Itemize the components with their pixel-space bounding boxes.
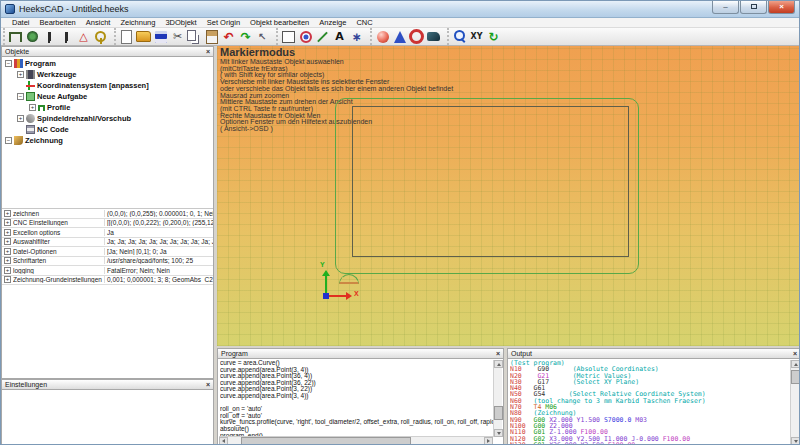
new-file-icon[interactable] bbox=[118, 29, 135, 44]
menu-item-bearbeiten[interactable]: Bearbeiten bbox=[35, 18, 81, 28]
circles-tool-icon[interactable] bbox=[297, 29, 314, 44]
menu-item-set-origin[interactable]: Set Origin bbox=[202, 18, 245, 28]
scroll-down-icon[interactable] bbox=[791, 437, 800, 445]
output-panel-body[interactable]: (Test program)N10 G90 (Absolute Coordina… bbox=[507, 359, 800, 445]
line-tool-icon[interactable] bbox=[314, 29, 331, 44]
output-panel-header[interactable]: Output × bbox=[507, 348, 800, 359]
counterbore-op-icon[interactable] bbox=[58, 29, 75, 44]
point-tool-icon[interactable]: ∗ bbox=[348, 29, 365, 44]
tree-item-label: Werkzeuge bbox=[37, 70, 76, 79]
3d-viewport[interactable]: Markiermodus Mit linker Maustaste Objekt… bbox=[217, 46, 800, 346]
tree-item-profile[interactable]: +Profile bbox=[2, 102, 213, 113]
tree-item-nc-code[interactable]: NC Code bbox=[2, 124, 213, 135]
copy-icon[interactable] bbox=[186, 29, 203, 44]
collapse-icon[interactable]: − bbox=[17, 93, 24, 100]
tree-item-neue-aufgabe[interactable]: −Neue Aufgabe bbox=[2, 91, 213, 102]
objects-close-icon[interactable]: × bbox=[206, 48, 210, 55]
expand-icon[interactable]: + bbox=[4, 210, 11, 217]
property-row-auswahlfilter[interactable]: +AuswahlfilterJa; Ja; Ja; Ja; Ja; Ja; Ja… bbox=[2, 238, 213, 248]
program-hscroll-thumb[interactable] bbox=[241, 437, 411, 445]
program-code: curve = area.Curve()curve.append(area.Po… bbox=[220, 360, 493, 436]
close-button[interactable]: × bbox=[768, 1, 795, 14]
program-vscroll-thumb[interactable] bbox=[494, 406, 503, 420]
solid-icon[interactable] bbox=[425, 29, 442, 44]
menu-item-anzeige[interactable]: Anzeige bbox=[314, 18, 351, 28]
profile-op-icon[interactable] bbox=[7, 29, 24, 44]
scroll-up-icon[interactable] bbox=[494, 360, 503, 368]
settings-panel-title: Einstellungen bbox=[5, 381, 47, 388]
settings-panel-body bbox=[1, 390, 214, 445]
expand-icon[interactable]: + bbox=[17, 71, 24, 78]
output-vscrollbar[interactable] bbox=[790, 360, 799, 445]
pocket-op-icon[interactable] bbox=[24, 29, 41, 44]
collapse-icon[interactable]: − bbox=[5, 137, 12, 144]
tree-item-program[interactable]: −Program bbox=[2, 58, 213, 69]
paste-icon[interactable] bbox=[203, 29, 220, 44]
settings-panel-header[interactable]: Einstellungen × bbox=[1, 379, 214, 390]
tree-item-zeichnung[interactable]: −Zeichnung bbox=[2, 135, 213, 146]
menu-item-zeichnung[interactable]: Zeichnung bbox=[115, 18, 160, 28]
property-row-schriftarten[interactable]: +Schriftarten/usr/share/qcad/fonts; 100;… bbox=[2, 257, 213, 267]
rotate-view-icon[interactable]: ↻ bbox=[485, 29, 502, 44]
rectangle-tool-icon[interactable] bbox=[280, 29, 297, 44]
scroll-up-icon[interactable] bbox=[791, 360, 800, 368]
property-row-cnc-einstellungen[interactable]: +CNC Einstellungen[[(0,0,0); (0,0,222); … bbox=[2, 219, 213, 229]
menu-item-cnc[interactable]: CNC bbox=[351, 18, 377, 28]
property-row-datei-optionen[interactable]: +Datei-Optionen[Ja; Nein] [0,1]; 0; Ja bbox=[2, 247, 213, 257]
property-row-excellon-options[interactable]: +Excellon optionsJa bbox=[2, 228, 213, 238]
program-vscrollbar[interactable] bbox=[493, 360, 502, 437]
scroll-left-icon[interactable] bbox=[219, 437, 228, 445]
save-file-icon[interactable] bbox=[152, 29, 169, 44]
output-close-icon[interactable]: × bbox=[793, 350, 797, 357]
property-row-zeichnung-grundeinstellungen[interactable]: +Zeichnung-Grundeinstellungen0,001; 0,00… bbox=[2, 276, 213, 286]
torus-icon[interactable] bbox=[408, 29, 425, 44]
nc-token: M03 bbox=[631, 416, 647, 424]
output-vscroll-thumb[interactable] bbox=[791, 370, 800, 384]
menu-item-datei[interactable]: Datei bbox=[7, 18, 35, 28]
menu-item-ansicht[interactable]: Ansicht bbox=[81, 18, 116, 28]
collapse-icon[interactable]: − bbox=[5, 60, 12, 67]
sketch-rectangle[interactable] bbox=[352, 106, 629, 257]
tap-op-icon[interactable] bbox=[92, 29, 109, 44]
objects-panel-header[interactable]: Objekte × bbox=[1, 46, 214, 57]
expand-icon[interactable]: + bbox=[4, 238, 11, 245]
expand-icon[interactable]: + bbox=[17, 115, 24, 122]
drill-op-icon[interactable] bbox=[41, 29, 58, 44]
scroll-right-icon[interactable] bbox=[484, 437, 493, 445]
maximize-button[interactable] bbox=[740, 1, 767, 14]
text-tool-icon[interactable]: A bbox=[331, 29, 348, 44]
settings-close-icon[interactable]: × bbox=[206, 381, 210, 388]
tree-item-koordinatensystem-anpassen[interactable]: Koordinatensystem [anpassen] bbox=[2, 80, 213, 91]
expand-icon[interactable]: + bbox=[4, 229, 11, 236]
minimize-button[interactable]: – bbox=[712, 1, 739, 14]
scroll-down-icon[interactable] bbox=[494, 429, 503, 437]
program-panel-header[interactable]: Program × bbox=[217, 348, 504, 359]
zoom-window-icon[interactable] bbox=[451, 29, 468, 44]
property-row-logging[interactable]: +loggingFatalError; Nein; Nein bbox=[2, 266, 213, 276]
tree-item-spindeldrehzahl-vorschub[interactable]: +Spindeldrehzahl/Vorschub bbox=[2, 113, 213, 124]
zigzag-op-icon[interactable]: △ bbox=[75, 29, 92, 44]
cut-icon[interactable]: ✂ bbox=[169, 29, 186, 44]
menu-item-objekt-bearbeiten[interactable]: Objekt bearbeiten bbox=[245, 18, 314, 28]
expand-icon[interactable]: + bbox=[29, 104, 36, 111]
expand-icon[interactable]: + bbox=[4, 257, 11, 264]
expand-icon[interactable]: + bbox=[4, 276, 11, 283]
program-panel-body[interactable]: curve = area.Curve()curve.append(area.Po… bbox=[217, 359, 504, 445]
title-bar[interactable]: HeeksCAD - Untitled.heeks – × bbox=[1, 1, 799, 18]
expand-icon[interactable]: + bbox=[4, 219, 11, 226]
expand-icon[interactable]: + bbox=[4, 267, 11, 274]
redo-icon[interactable]: ↷ bbox=[237, 29, 254, 44]
undo-icon[interactable]: ↶ bbox=[220, 29, 237, 44]
tree-item-werkzeuge[interactable]: +Werkzeuge bbox=[2, 69, 213, 80]
select-icon[interactable]: ↖ bbox=[254, 29, 271, 44]
program-close-icon[interactable]: × bbox=[496, 350, 500, 357]
open-file-icon[interactable] bbox=[135, 29, 152, 44]
menu-item-3dobjekt[interactable]: 3DObjekt bbox=[160, 18, 201, 28]
leadin-arc[interactable] bbox=[339, 274, 359, 284]
sphere-icon[interactable] bbox=[374, 29, 391, 44]
expand-icon[interactable]: + bbox=[4, 248, 11, 255]
property-row-zeichnen[interactable]: +zeichnen(0,0,0); (0,0,255); 0.000001; 0… bbox=[2, 209, 213, 219]
cone-icon[interactable] bbox=[391, 29, 408, 44]
program-hscrollbar[interactable] bbox=[219, 436, 493, 444]
xy-plane-icon[interactable]: XY bbox=[468, 29, 485, 44]
